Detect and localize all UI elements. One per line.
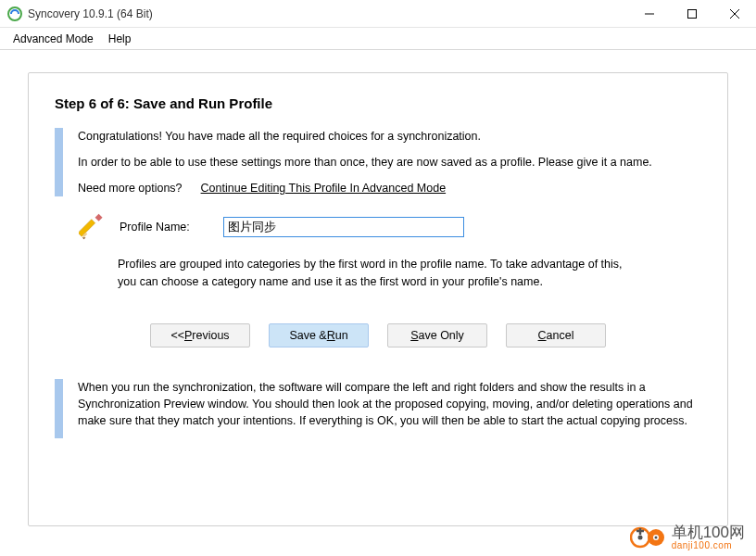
previous-button[interactable]: << Previous xyxy=(150,323,250,348)
minimize-button[interactable] xyxy=(628,0,671,28)
app-icon xyxy=(7,6,22,21)
menubar: Advanced Mode Help xyxy=(0,28,756,50)
watermark: 单机100网 danji100.com xyxy=(630,524,745,550)
step-title: Step 6 of 6: Save and Run Profile xyxy=(55,95,701,111)
svg-point-15 xyxy=(654,537,657,539)
footer-text: When you run the synchronization, the so… xyxy=(78,379,701,429)
accent-bar xyxy=(55,379,63,438)
wizard-panel: Step 6 of 6: Save and Run Profile Congra… xyxy=(28,72,728,526)
watermark-main: 单机100网 xyxy=(672,524,745,540)
button-row: << Previous Save & Run Save Only Cancel xyxy=(55,323,701,348)
intro-line1: Congratulations! You have made all the r… xyxy=(78,128,701,145)
svg-point-10 xyxy=(637,536,642,540)
category-hint: Profiles are grouped into categories by … xyxy=(118,256,636,289)
profile-name-row: Profile Name: xyxy=(79,213,701,241)
profile-name-input[interactable] xyxy=(223,217,464,237)
maximize-button[interactable] xyxy=(671,0,713,28)
save-only-button[interactable]: Save Only xyxy=(387,323,487,348)
accent-bar xyxy=(55,128,63,196)
pencil-icon xyxy=(79,213,107,241)
cancel-button[interactable]: Cancel xyxy=(506,323,606,348)
titlebar: Syncovery 10.9.1 (64 Bit) xyxy=(0,0,756,28)
save-run-button[interactable]: Save & Run xyxy=(269,323,369,348)
close-button[interactable] xyxy=(713,0,756,28)
svg-rect-2 xyxy=(688,9,697,18)
window-title: Syncovery 10.9.1 (64 Bit) xyxy=(28,7,153,20)
continue-advanced-link[interactable]: Continue Editing This Profile In Advance… xyxy=(201,180,447,196)
svg-marker-5 xyxy=(82,238,86,240)
watermark-icon xyxy=(630,525,667,550)
profile-name-label: Profile Name: xyxy=(120,221,223,234)
menu-advanced-mode[interactable]: Advanced Mode xyxy=(6,30,101,48)
watermark-sub: danji100.com xyxy=(672,541,745,550)
svg-rect-8 xyxy=(95,214,103,221)
menu-help[interactable]: Help xyxy=(101,30,139,48)
window-controls xyxy=(628,0,756,28)
need-more-label: Need more options? xyxy=(78,180,183,196)
intro-line2: In order to be able to use these setting… xyxy=(78,154,701,171)
